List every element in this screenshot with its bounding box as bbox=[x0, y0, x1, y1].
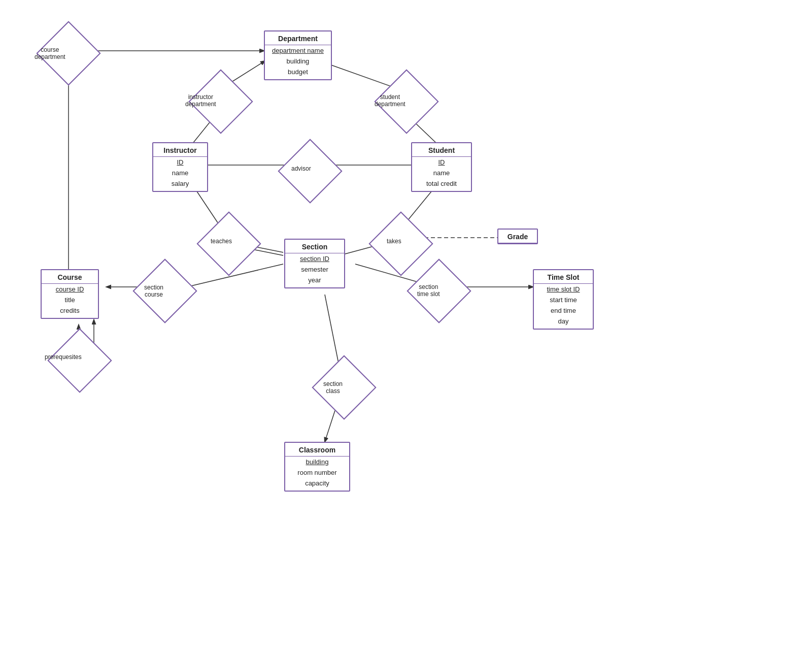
entity-instructor-attr-name: name bbox=[153, 168, 207, 178]
entity-timeslot-title: Time Slot bbox=[534, 270, 593, 284]
entity-department-attr-budget: budget bbox=[265, 67, 331, 79]
entity-course-title: Course bbox=[42, 270, 98, 284]
entity-student-attr-id: ID bbox=[412, 157, 471, 168]
entity-timeslot-attr-start: start time bbox=[534, 295, 593, 305]
entity-section-attr-year: year bbox=[285, 275, 344, 287]
relationship-section-class bbox=[312, 355, 376, 419]
er-diagram: Department department name building budg… bbox=[0, 0, 812, 650]
relationship-advisor bbox=[278, 139, 342, 203]
entity-section: Section section ID semester year bbox=[284, 239, 345, 288]
entity-instructor-attr-id: ID bbox=[153, 157, 207, 168]
relationship-takes bbox=[368, 211, 433, 276]
entity-course-attr-id: course ID bbox=[42, 284, 98, 295]
entity-student-attr-credit: total credit bbox=[412, 178, 471, 191]
relationship-section-timeslot bbox=[407, 258, 471, 323]
relationship-student-dept bbox=[374, 69, 438, 134]
entity-timeslot-attr-id: time slot ID bbox=[534, 284, 593, 295]
entity-section-title: Section bbox=[285, 240, 344, 253]
relationship-section-course bbox=[132, 258, 197, 323]
entity-course-attr-title: title bbox=[42, 295, 98, 305]
entity-classroom-attr-capacity: capacity bbox=[285, 478, 349, 491]
entity-classroom-attr-building: building bbox=[285, 457, 349, 467]
entity-department-attr-name: department name bbox=[265, 45, 331, 56]
entity-student-attr-name: name bbox=[412, 168, 471, 178]
entity-course-attr-credits: credits bbox=[42, 305, 98, 318]
entity-grade-title: Grade bbox=[498, 230, 537, 243]
entity-grade: Grade bbox=[497, 229, 538, 244]
entity-department-attr-building: building bbox=[265, 56, 331, 67]
entity-department-title: Department bbox=[265, 31, 331, 45]
entity-instructor-title: Instructor bbox=[153, 143, 207, 157]
svg-line-17 bbox=[325, 295, 340, 371]
entity-classroom-title: Classroom bbox=[285, 443, 349, 457]
entity-classroom: Classroom building room number capacity bbox=[284, 442, 350, 492]
entity-section-attr-semester: semester bbox=[285, 264, 344, 275]
entity-student: Student ID name total credit bbox=[411, 142, 472, 192]
entity-department: Department department name building budg… bbox=[264, 30, 332, 80]
entity-instructor: Instructor ID name salary bbox=[152, 142, 208, 192]
entity-classroom-attr-room: room number bbox=[285, 467, 349, 478]
entity-timeslot-attr-end: end time bbox=[534, 305, 593, 316]
relationship-instructor-dept bbox=[188, 69, 253, 134]
relationship-course-dept bbox=[36, 21, 100, 85]
entity-timeslot: Time Slot time slot ID start time end ti… bbox=[533, 269, 594, 330]
relationship-prerequesites bbox=[47, 328, 112, 393]
relationship-teaches bbox=[196, 211, 261, 276]
entity-course: Course course ID title credits bbox=[41, 269, 99, 319]
entity-section-attr-id: section ID bbox=[285, 253, 344, 264]
entity-timeslot-attr-day: day bbox=[534, 316, 593, 329]
entity-student-title: Student bbox=[412, 143, 471, 157]
entity-instructor-attr-salary: salary bbox=[153, 178, 207, 191]
